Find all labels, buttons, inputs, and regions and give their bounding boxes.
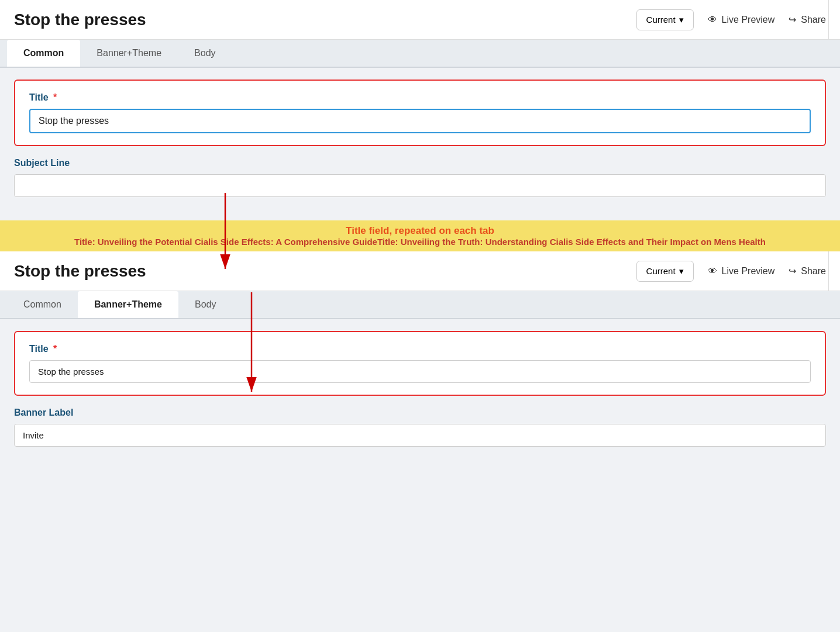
tab-body-bottom[interactable]: Body bbox=[178, 291, 232, 318]
annotation-text: Title: Unveiling the Potential Cialis Si… bbox=[74, 237, 766, 247]
title-label-top: Title * bbox=[29, 92, 811, 103]
share-button-bottom[interactable]: ↪ Share bbox=[789, 265, 826, 277]
chevron-down-icon-bottom: ▾ bbox=[679, 266, 684, 277]
live-preview-button[interactable]: 👁 Live Preview bbox=[708, 15, 775, 25]
share-icon: ↪ bbox=[789, 14, 796, 25]
tab-common-top[interactable]: Common bbox=[7, 40, 80, 67]
share-icon-bottom: ↪ bbox=[789, 265, 796, 277]
top-tabs-bar: Common Banner+Theme Body bbox=[0, 40, 840, 68]
version-label: Current bbox=[646, 15, 676, 25]
subject-input-top[interactable] bbox=[14, 174, 826, 197]
banner-label-section: Banner Label bbox=[14, 407, 826, 447]
live-preview-label-bottom: Live Preview bbox=[722, 266, 775, 277]
tab-banner-theme-top[interactable]: Banner+Theme bbox=[80, 40, 178, 67]
banner-label-input[interactable] bbox=[14, 424, 826, 447]
title-input-top[interactable] bbox=[29, 109, 811, 133]
title-input-bottom[interactable] bbox=[29, 360, 811, 383]
right-sidebar-bottom bbox=[828, 251, 840, 291]
share-label-bottom: Share bbox=[801, 266, 826, 277]
annotation-title: Title field, repeated on each tab bbox=[346, 225, 494, 236]
bottom-tabs-bar: Common Banner+Theme Body bbox=[0, 291, 840, 319]
required-indicator-top: * bbox=[53, 92, 57, 102]
banner-label-label: Banner Label bbox=[14, 407, 826, 418]
page-title: Stop the presses bbox=[14, 11, 636, 29]
version-dropdown[interactable]: Current ▾ bbox=[636, 9, 694, 30]
subject-label-top: Subject Line bbox=[14, 158, 826, 168]
share-label: Share bbox=[801, 15, 826, 25]
title-section-top: Title * bbox=[14, 80, 826, 146]
version-dropdown-bottom[interactable]: Current ▾ bbox=[636, 261, 694, 282]
share-button[interactable]: ↪ Share bbox=[789, 14, 826, 25]
annotation-banner: Title field, repeated on each tab Title:… bbox=[0, 220, 840, 251]
required-indicator-bottom: * bbox=[53, 344, 57, 354]
live-preview-button-bottom[interactable]: 👁 Live Preview bbox=[708, 266, 775, 277]
chevron-down-icon: ▾ bbox=[679, 15, 684, 25]
live-preview-label: Live Preview bbox=[722, 15, 775, 25]
eye-icon-bottom: 👁 bbox=[708, 266, 717, 277]
page-title-bottom: Stop the presses bbox=[14, 262, 636, 281]
right-sidebar bbox=[828, 0, 840, 39]
title-label-bottom: Title * bbox=[29, 344, 811, 354]
version-label-bottom: Current bbox=[646, 266, 676, 276]
eye-icon: 👁 bbox=[708, 15, 717, 25]
subject-section-top: Subject Line bbox=[14, 158, 826, 197]
tab-body-top[interactable]: Body bbox=[178, 40, 232, 67]
tab-common-bottom[interactable]: Common bbox=[7, 291, 78, 318]
tab-banner-theme-bottom[interactable]: Banner+Theme bbox=[78, 291, 178, 318]
title-section-bottom: Title * bbox=[14, 331, 826, 396]
